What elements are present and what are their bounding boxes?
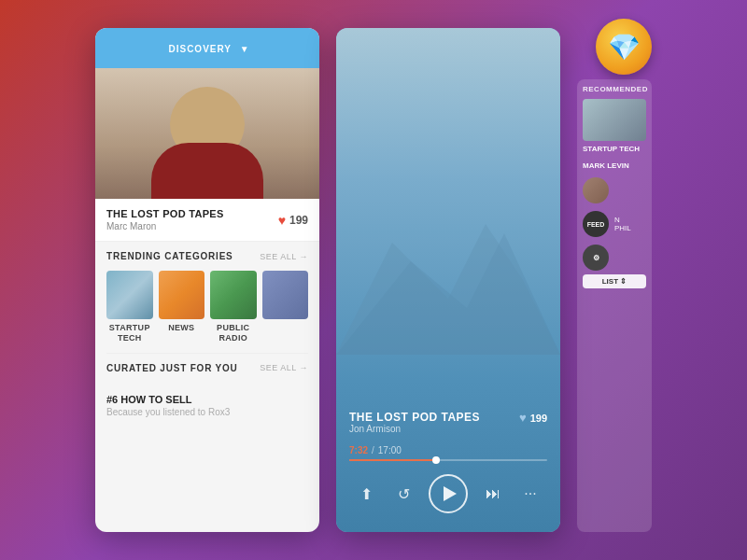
nav-recommended[interactable]: ⚙ bbox=[583, 245, 646, 271]
discovery-panel: DISCOVERY ▼ THE LOST POD TAPES Marc Maro… bbox=[95, 28, 319, 532]
person-silhouette bbox=[95, 68, 319, 199]
curated-item-sub: Because you listened to Rox3 bbox=[106, 407, 308, 417]
radio-label: PUBLICRADIO bbox=[210, 323, 257, 343]
trending-header: TRENDING CATEGORIES SEE ALL bbox=[95, 242, 319, 267]
curated-header: CURATED JUST FOR YOU SEE ALL bbox=[95, 354, 319, 379]
like-count: 199 bbox=[289, 214, 308, 227]
categories-grid: STARTUPTECH NEWS PUBLICRADIO bbox=[95, 267, 319, 353]
startup-label: STARTUPTECH bbox=[106, 323, 153, 343]
like-badge[interactable]: ♥ 199 bbox=[278, 213, 308, 228]
discovery-title: DISCOVERY bbox=[168, 44, 232, 54]
player-info-row: THE LOST POD TAPES Jon Armison ♥ 199 bbox=[349, 411, 547, 443]
player-like-count: 199 bbox=[530, 413, 547, 424]
curated-item-title: #6 HOW TO SELL bbox=[106, 394, 308, 405]
curated-see-all[interactable]: SEE ALL bbox=[260, 363, 308, 372]
sidebar-nav: FEED NPHIL ⚙ bbox=[583, 177, 646, 271]
category-radio[interactable]: PUBLICRADIO bbox=[210, 271, 257, 343]
progress-time: 7:32 / 17:00 bbox=[349, 445, 547, 455]
progress-bar[interactable] bbox=[349, 459, 547, 461]
sketch-logo: 💎 bbox=[596, 19, 652, 75]
extra-thumb bbox=[262, 271, 309, 319]
player-heart-icon: ♥ bbox=[519, 411, 527, 425]
time-total: 17:00 bbox=[378, 445, 402, 455]
share-button[interactable]: ⬆ bbox=[353, 485, 379, 503]
curated-label: CURATED JUST FOR YOU bbox=[106, 363, 238, 373]
podcast-author: Marc Maron bbox=[106, 221, 224, 231]
time-separator: / bbox=[372, 445, 374, 455]
podcast-title: THE LOST POD TAPES bbox=[106, 208, 224, 219]
discovery-header[interactable]: DISCOVERY ▼ bbox=[95, 28, 319, 68]
right-sidebar: 💎 RECOMMENDED STARTUP TECH MARK LEVIN FE… bbox=[577, 28, 652, 532]
play-icon bbox=[444, 486, 457, 501]
player-controls-area: THE LOST POD TAPES Jon Armison ♥ 199 7:3… bbox=[336, 399, 560, 532]
news-label: NEWS bbox=[159, 323, 205, 333]
player-text: THE LOST POD TAPES Jon Armison bbox=[349, 411, 480, 443]
trending-see-all[interactable]: SEE ALL bbox=[260, 252, 308, 261]
player-author: Jon Armison bbox=[349, 424, 480, 434]
time-current: 7:32 bbox=[349, 445, 368, 455]
nav-feed[interactable]: FEED NPHIL bbox=[583, 211, 646, 237]
me-avatar bbox=[583, 177, 609, 203]
curated-item[interactable]: #6 HOW TO SELL Because you listened to R… bbox=[95, 386, 319, 425]
feed-label: FEED bbox=[587, 221, 605, 228]
player-podcast-title: THE LOST POD TAPES bbox=[349, 411, 480, 424]
rec-thumbnail[interactable] bbox=[583, 99, 646, 141]
category-startup[interactable]: STARTUPTECH bbox=[106, 271, 153, 343]
gear-circle: ⚙ bbox=[583, 245, 609, 271]
list-button[interactable]: LIST ⇕ bbox=[583, 274, 646, 288]
skip-button[interactable]: ⏭ bbox=[480, 485, 506, 502]
more-button[interactable]: ··· bbox=[517, 485, 543, 502]
category-news[interactable]: NEWS bbox=[159, 271, 205, 343]
category-extra[interactable] bbox=[262, 271, 309, 343]
playback-controls: ⬆ ↺ ⏭ ··· bbox=[349, 474, 547, 513]
player-panel: THE LOST POD TAPES Jon Armison ♥ 199 7:3… bbox=[336, 28, 560, 532]
rewind-button[interactable]: ↺ bbox=[391, 485, 417, 503]
news-thumb bbox=[159, 271, 205, 319]
rec-title: STARTUP TECH bbox=[583, 145, 646, 154]
heart-icon: ♥ bbox=[278, 213, 286, 228]
person-body bbox=[151, 143, 263, 199]
podcast-info-row: THE LOST POD TAPES Marc Maron ♥ 199 bbox=[95, 199, 319, 242]
feed-circle: FEED bbox=[583, 211, 609, 237]
mountain-svg bbox=[336, 168, 560, 355]
mark-levin-title: MARK LEVIN bbox=[583, 161, 646, 171]
nav-me[interactable] bbox=[583, 177, 646, 203]
feed-sublabel: NPHIL bbox=[614, 216, 631, 232]
startup-thumb bbox=[106, 271, 153, 319]
recommended-label: RECOMMENDED bbox=[583, 85, 646, 93]
trending-label: TRENDING CATEGORIES bbox=[106, 251, 233, 261]
podcast-hero-image bbox=[95, 68, 319, 199]
player-like-row[interactable]: ♥ 199 bbox=[519, 411, 547, 425]
play-button[interactable] bbox=[429, 474, 468, 513]
radio-thumb bbox=[210, 271, 257, 319]
curated-section: #6 HOW TO SELL Because you listened to R… bbox=[95, 379, 319, 432]
discovery-arrow: ▼ bbox=[240, 44, 250, 54]
progress-fill bbox=[349, 459, 436, 461]
podcast-text: THE LOST POD TAPES Marc Maron bbox=[106, 208, 224, 231]
recommended-section: RECOMMENDED STARTUP TECH MARK LEVIN FEED… bbox=[577, 79, 652, 532]
progress-dot bbox=[432, 456, 440, 464]
